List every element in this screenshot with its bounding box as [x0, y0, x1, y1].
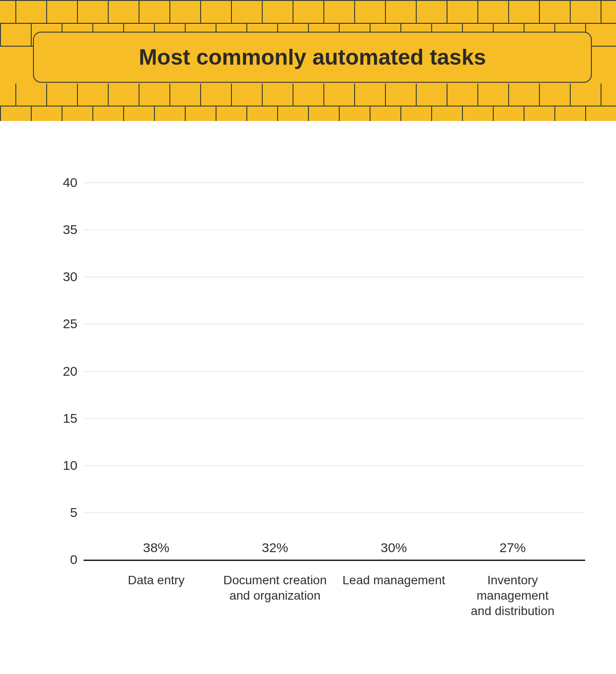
y-tick-label: 0 — [70, 552, 77, 567]
y-tick-label: 10 — [63, 458, 77, 473]
gridline — [84, 513, 585, 513]
x-tick-label: Data entry — [97, 564, 216, 605]
x-tick-label: Lead management — [334, 564, 453, 605]
gridline — [84, 465, 585, 466]
bar-value-label: 38% — [143, 540, 169, 555]
y-tick-label: 35 — [63, 222, 77, 237]
y-tick-label: 20 — [63, 364, 77, 379]
bar-slot: 32% — [216, 540, 334, 560]
x-tick-label: Document creationand organization — [216, 564, 334, 605]
title-band: Most commonly automated tasks — [0, 0, 616, 121]
chart-title: Most commonly automated tasks — [139, 44, 486, 70]
y-tick-label: 15 — [63, 411, 77, 426]
y-tick-label: 5 — [70, 505, 77, 520]
plot: 38%32%30%27% 0510152025303540 Data entry… — [40, 183, 585, 605]
y-tick-label: 25 — [63, 316, 77, 331]
x-axis-labels: Data entryDocument creationand organizat… — [84, 564, 585, 605]
bar-value-label: 30% — [381, 540, 407, 555]
x-tick-label: Inventory managementand distribution — [453, 564, 572, 605]
gridline — [84, 324, 585, 324]
bar-value-label: 27% — [499, 540, 526, 555]
bar-slot: 30% — [334, 540, 453, 560]
bar-slot: 27% — [453, 540, 572, 560]
bar-slot: 38% — [97, 540, 216, 560]
bar-value-label: 32% — [262, 540, 288, 555]
title-pill: Most commonly automated tasks — [33, 32, 592, 83]
gridline — [84, 277, 585, 277]
y-tick-label: 30 — [63, 269, 77, 284]
plot-area: 38%32%30%27% 0510152025303540 — [84, 183, 585, 561]
chart-area: 38%32%30%27% 0510152025303540 Data entry… — [0, 121, 616, 674]
gridline — [84, 418, 585, 419]
gridline — [84, 371, 585, 372]
gridline — [84, 183, 585, 183]
y-tick-label: 40 — [63, 175, 77, 190]
gridline — [84, 230, 585, 230]
